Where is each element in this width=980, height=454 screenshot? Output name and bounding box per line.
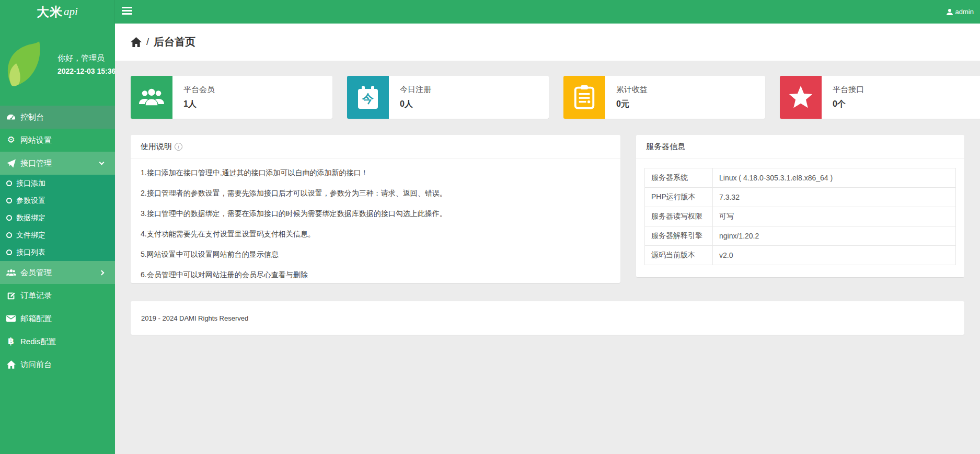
breadcrumb: / 后台首页 <box>115 24 980 61</box>
circle-icon <box>6 232 12 238</box>
stat-card-members: 平台会员 1人 <box>131 76 332 119</box>
server-row-value-writable: 可写 <box>713 207 956 226</box>
star-icon <box>780 76 822 119</box>
breadcrumb-separator: / <box>146 37 149 48</box>
server-row-label: 服务器解释引擎 <box>645 226 713 246</box>
sidebar-item-member-management[interactable]: 会员管理 <box>0 261 115 284</box>
usage-item: 1.接口添加在接口管理中,通过其的接口添加可以自由的添加新的接口！ <box>141 167 610 178</box>
stat-cards-row: 平台会员 1人 今 今日注册 0人 累计收益 0元 平台接口 0个 <box>131 76 980 119</box>
users-icon <box>131 76 172 119</box>
sidebar-subitem-api-list[interactable]: 接口列表 <box>0 244 115 261</box>
home-icon[interactable] <box>131 37 142 47</box>
sidebar-item-label: 接口管理 <box>20 158 52 168</box>
stat-value: 1人 <box>183 99 215 110</box>
sidebar-menu: 控制台 ⚙ 网站设置 接口管理 接口添加 参数设置 数据绑定 <box>0 106 115 376</box>
page-title: 后台首页 <box>154 35 195 49</box>
server-row-value: 7.3.32 <box>713 188 956 207</box>
circle-icon <box>6 198 12 203</box>
sidebar-subitem-file-binding[interactable]: 文件绑定 <box>0 226 115 244</box>
sidebar-item-label: 订单记录 <box>20 291 52 301</box>
chevron-right-icon <box>99 270 105 276</box>
hamburger-icon[interactable] <box>122 7 133 16</box>
chevron-down-icon <box>99 160 105 165</box>
sidebar-item-label: 会员管理 <box>20 268 52 278</box>
clipboard-icon <box>563 76 605 119</box>
user-menu[interactable]: admin <box>946 0 974 24</box>
server-row-label: PHP运行版本 <box>645 188 713 207</box>
stat-title: 平台会员 <box>183 85 215 95</box>
sidebar-item-site-settings[interactable]: ⚙ 网站设置 <box>0 129 115 152</box>
circle-icon <box>6 249 12 255</box>
api-submenu: 接口添加 参数设置 数据绑定 文件绑定 接口列表 <box>0 175 115 261</box>
envelope-icon <box>5 313 17 324</box>
sidebar-subitem-label: 接口添加 <box>16 179 45 188</box>
logo-text-main: 大米 <box>37 4 63 20</box>
datetime-text: 2022-12-03 15:36 <box>57 67 115 75</box>
paper-plane-icon <box>5 158 17 168</box>
top-navbar: 大米api admin <box>0 0 980 24</box>
sidebar: 你好，管理员 2022-12-03 15:36 控制台 ⚙ 网站设置 接口管理 … <box>0 24 115 454</box>
sidebar-item-order-records[interactable]: 订单记录 <box>0 284 115 307</box>
edit-icon <box>5 290 17 301</box>
usage-item: 2.接口管理者的参数设置，需要先添加接口后才可以设置，参数分为三种：请求、返回、… <box>141 188 610 198</box>
sidebar-subitem-data-binding[interactable]: 数据绑定 <box>0 209 115 226</box>
sidebar-subitem-api-add[interactable]: 接口添加 <box>0 175 115 192</box>
server-row-label: 服务器读写权限 <box>645 207 713 226</box>
table-row: 服务器读写权限 可写 <box>645 207 956 226</box>
table-row: PHP运行版本 7.3.32 <box>645 188 956 207</box>
home-icon <box>5 359 17 370</box>
stat-card-total-revenue: 累计收益 0元 <box>563 76 765 119</box>
usage-item: 6.会员管理中可以对网站注册的会员尽心查看与删除 <box>141 269 610 280</box>
usage-item: 5.网站设置中可以设置网站前台的显示信息 <box>141 249 610 259</box>
stat-value: 0个 <box>833 99 864 110</box>
table-row: 服务器系统 Linux ( 4.18.0-305.3.1.el8.x86_64 … <box>645 168 956 188</box>
sidebar-item-label: 访问前台 <box>20 360 52 370</box>
sidebar-item-label: 邮箱配置 <box>20 314 52 324</box>
logo-text-sub: api <box>64 5 78 18</box>
greeting-text: 你好，管理员 <box>57 53 115 63</box>
usage-item: 3.接口管理中的数据绑定，需要在添加接口的时候为需要绑定数据库数据的接口勾选上此… <box>141 208 610 219</box>
usage-panel-title: 使用说明 <box>141 142 172 152</box>
sidebar-item-redis-config[interactable]: ฿ Redis配置 <box>0 330 115 353</box>
sidebar-subitem-param-settings[interactable]: 参数设置 <box>0 192 115 209</box>
sidebar-item-console[interactable]: 控制台 <box>0 106 115 129</box>
copyright-text: 2019 - 2024 DAMI Rights Reserved <box>141 314 248 322</box>
server-row-value: Linux ( 4.18.0-305.3.1.el8.x86_64 ) <box>713 168 956 188</box>
sidebar-item-label: 控制台 <box>20 112 44 122</box>
stat-card-today-registered: 今 今日注册 0人 <box>347 76 549 119</box>
gear-icon: ⚙ <box>5 135 17 145</box>
sidebar-subitem-label: 接口列表 <box>16 248 45 257</box>
table-row: 服务器解释引擎 nginx/1.20.2 <box>645 226 956 246</box>
stat-value: 0人 <box>400 99 431 110</box>
stat-value: 0元 <box>616 99 648 110</box>
sidebar-subitem-label: 数据绑定 <box>16 213 45 223</box>
sidebar-item-api-management[interactable]: 接口管理 <box>0 152 115 175</box>
sidebar-subitem-label: 参数设置 <box>16 196 45 206</box>
username: admin <box>955 8 974 16</box>
stat-card-platform-apis: 平台接口 0个 <box>780 76 980 119</box>
users-icon <box>5 267 17 278</box>
app-logo[interactable]: 大米api <box>0 0 115 24</box>
usage-item: 4.支付功能需要先在支付设置里设置码支付相关信息。 <box>141 229 610 239</box>
avatar-leaf-logo <box>4 37 42 88</box>
stat-title: 累计收益 <box>616 85 648 95</box>
server-panel-header: 服务器信息 <box>636 135 964 159</box>
calendar-icon: 今 <box>347 76 389 119</box>
sidebar-subitem-label: 文件绑定 <box>16 231 45 240</box>
server-info-panel: 服务器信息 服务器系统 Linux ( 4.18.0-305.3.1.el8.x… <box>636 135 964 277</box>
circle-icon <box>6 180 12 186</box>
usage-list: 1.接口添加在接口管理中,通过其的接口添加可以自由的添加新的接口！ 2.接口管理… <box>131 159 620 280</box>
bitcoin-icon: ฿ <box>5 336 17 347</box>
usage-instructions-panel: 使用说明 i 1.接口添加在接口管理中,通过其的接口添加可以自由的添加新的接口！… <box>131 135 620 283</box>
footer-bar: 2019 - 2024 DAMI Rights Reserved <box>131 301 964 335</box>
circle-icon <box>6 215 12 221</box>
sidebar-item-label: Redis配置 <box>20 337 56 347</box>
sidebar-item-email-config[interactable]: 邮箱配置 <box>0 307 115 330</box>
server-row-label: 源码当前版本 <box>645 246 713 265</box>
server-row-label: 服务器系统 <box>645 168 713 188</box>
content-panels: 使用说明 i 1.接口添加在接口管理中,通过其的接口添加可以自由的添加新的接口！… <box>131 135 964 283</box>
sidebar-item-visit-frontend[interactable]: 访问前台 <box>0 353 115 376</box>
usage-panel-header: 使用说明 i <box>131 135 620 159</box>
server-panel-title: 服务器信息 <box>646 142 685 152</box>
tachometer-icon <box>5 112 17 122</box>
